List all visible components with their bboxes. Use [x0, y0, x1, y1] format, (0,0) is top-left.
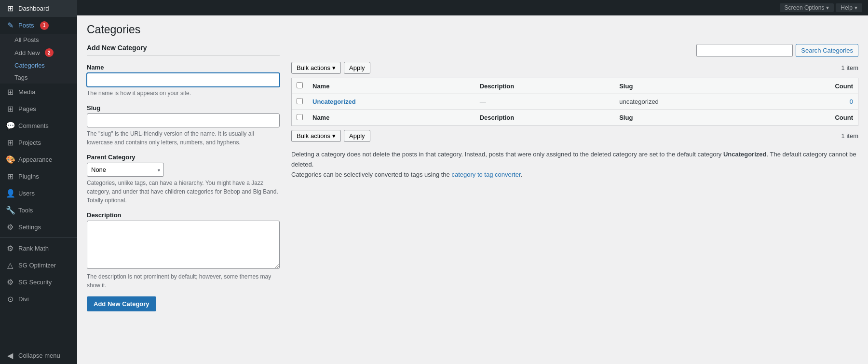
sidebar-item-appearance[interactable]: 🎨 Appearance — [0, 151, 77, 168]
comments-icon: 💬 — [6, 121, 14, 130]
search-categories-button[interactable]: Search Categories — [796, 44, 858, 57]
sidebar-label-pages: Pages — [18, 105, 36, 112]
sidebar-item-tools[interactable]: 🔧 Tools — [0, 202, 77, 219]
sidebar-item-settings[interactable]: ⚙ Settings — [0, 219, 77, 236]
search-input[interactable] — [696, 44, 793, 57]
sidebar-item-all-posts[interactable]: All Posts — [0, 34, 77, 46]
bulk-actions-select-bottom[interactable]: Bulk actions ▾ — [291, 130, 341, 142]
posts-icon: ✎ — [6, 21, 14, 30]
row-description-cell: — — [475, 94, 615, 110]
help-button[interactable]: Help ▾ — [836, 3, 862, 12]
apply-button-top[interactable]: Apply — [344, 62, 370, 74]
slug-hint: The "slug" is the URL-friendly version o… — [87, 129, 280, 147]
description-textarea[interactable] — [87, 221, 280, 269]
col-footer-description: Description — [475, 110, 615, 126]
categories-table: Name Description Slug Count Uncategorize… — [291, 78, 858, 126]
row-checkbox-cell — [292, 94, 308, 110]
categories-label: Categories — [14, 62, 45, 69]
sidebar-label-plugins: Plugins — [18, 173, 39, 180]
category-to-tag-converter-link[interactable]: category to tag converter — [451, 171, 520, 178]
sidebar-item-posts[interactable]: ✎ Posts 1 — [0, 17, 77, 34]
sidebar-item-add-new[interactable]: Add New 2 — [0, 46, 77, 59]
sidebar-item-tags[interactable]: Tags — [0, 71, 77, 84]
help-label: Help — [841, 4, 853, 11]
slug-field-group: Slug The "slug" is the URL-friendly vers… — [87, 104, 280, 147]
sidebar-label-sg-security: SG Security — [18, 279, 52, 286]
sidebar: ⊞ Dashboard ✎ Posts 1 All Posts Add New … — [0, 0, 77, 364]
sidebar-item-dashboard[interactable]: ⊞ Dashboard — [0, 0, 77, 17]
dashboard-icon: ⊞ — [6, 4, 14, 13]
name-field-group: Name The name is how it appears on your … — [87, 64, 280, 98]
col-footer-checkbox — [292, 110, 308, 126]
sidebar-item-collapse[interactable]: ◀ Collapse menu — [0, 347, 77, 364]
sidebar-item-users[interactable]: 👤 Users — [0, 185, 77, 202]
parent-hint: Categories, unlike tags, can have a hier… — [87, 179, 280, 205]
sidebar-item-rank-math[interactable]: ⚙ Rank Math — [0, 240, 77, 257]
info-text: Deleting a category does not delete the … — [291, 150, 858, 180]
content-layout: Add New Category Name The name is how it… — [87, 44, 858, 311]
appearance-icon: 🎨 — [6, 155, 14, 164]
row-checkbox[interactable] — [297, 98, 303, 104]
count-link[interactable]: 0 — [850, 98, 853, 105]
sidebar-item-sg-optimizer[interactable]: △ SG Optimizer — [0, 257, 77, 274]
sidebar-label-collapse: Collapse menu — [18, 352, 60, 359]
apply-button-bottom[interactable]: Apply — [344, 130, 370, 142]
posts-badge: 1 — [40, 21, 49, 30]
category-name-link[interactable]: Uncategorized — [312, 98, 356, 105]
description-label: Description — [87, 211, 280, 219]
sidebar-label-divi: Divi — [18, 295, 29, 303]
sidebar-item-media[interactable]: ⊞ Media — [0, 84, 77, 100]
pages-icon: ⊞ — [6, 104, 14, 113]
main-content: Categories Add New Category Name The nam… — [77, 15, 868, 364]
sidebar-item-projects[interactable]: ⊞ Projects — [0, 134, 77, 151]
col-header-slug: Slug — [614, 78, 770, 94]
col-header-name: Name — [308, 78, 475, 94]
screen-options-button[interactable]: Screen Options ▾ — [780, 3, 834, 12]
sidebar-label-sg-optimizer: SG Optimizer — [18, 262, 56, 269]
footer-select-all-checkbox[interactable] — [297, 114, 303, 120]
description-hint: The description is not prominent by defa… — [87, 272, 280, 290]
screen-options-chevron-icon: ▾ — [826, 4, 829, 11]
table-toolbar-top: Bulk actions ▾ Apply 1 item — [291, 62, 858, 74]
sidebar-item-sg-security[interactable]: ⚙ SG Security — [0, 274, 77, 291]
name-hint: The name is how it appears on your site. — [87, 89, 280, 98]
sidebar-label-settings: Settings — [18, 224, 41, 231]
row-slug-cell: uncategorized — [614, 94, 770, 110]
table-footer-header-row: Name Description Slug Count — [292, 110, 858, 126]
slug-input[interactable] — [87, 113, 280, 127]
col-header-checkbox — [292, 78, 308, 94]
default-category-name: Uncategorized — [723, 151, 767, 158]
bulk-actions-select-top[interactable]: Bulk actions ▾ — [291, 62, 341, 74]
sidebar-label-users: Users — [18, 190, 35, 197]
add-new-label: Add New — [14, 49, 40, 56]
sidebar-item-comments[interactable]: 💬 Comments — [0, 117, 77, 134]
projects-icon: ⊞ — [6, 138, 14, 147]
convert-notice: Categories can be selectively converted … — [291, 170, 858, 180]
parent-field-group: Parent Category None ▾ Categories, unlik… — [87, 154, 280, 205]
sidebar-item-pages[interactable]: ⊞ Pages — [0, 100, 77, 117]
screen-options-label: Screen Options — [785, 4, 825, 11]
col-header-count: Count — [770, 78, 858, 94]
tools-icon: 🔧 — [6, 206, 14, 215]
parent-select[interactable]: None — [87, 163, 164, 177]
sidebar-label-comments: Comments — [18, 122, 49, 129]
name-input[interactable] — [87, 73, 280, 87]
sidebar-label-appearance: Appearance — [18, 156, 52, 163]
posts-submenu: All Posts Add New 2 Categories Tags — [0, 34, 77, 84]
table-column: Search Categories Bulk actions ▾ Apply 1… — [291, 44, 858, 180]
form-section-title: Add New Category — [87, 44, 280, 56]
table-toolbar-bottom: Bulk actions ▾ Apply 1 item — [291, 130, 858, 142]
sidebar-divider — [0, 238, 77, 238]
sidebar-item-divi[interactable]: ⊙ Divi — [0, 291, 77, 308]
topbar: Screen Options ▾ Help ▾ — [77, 0, 868, 15]
select-all-checkbox[interactable] — [297, 82, 303, 88]
bulk-actions-label-bottom: Bulk actions — [297, 132, 330, 140]
sidebar-item-categories[interactable]: Categories — [0, 59, 77, 71]
collapse-icon: ◀ — [6, 351, 14, 360]
sidebar-label-rank-math: Rank Math — [18, 245, 49, 252]
sidebar-label-media: Media — [18, 88, 35, 96]
col-footer-name: Name — [308, 110, 475, 126]
sidebar-item-plugins[interactable]: ⊞ Plugins — [0, 168, 77, 185]
form-column: Add New Category Name The name is how it… — [87, 44, 280, 311]
add-new-category-button[interactable]: Add New Category — [87, 296, 156, 311]
